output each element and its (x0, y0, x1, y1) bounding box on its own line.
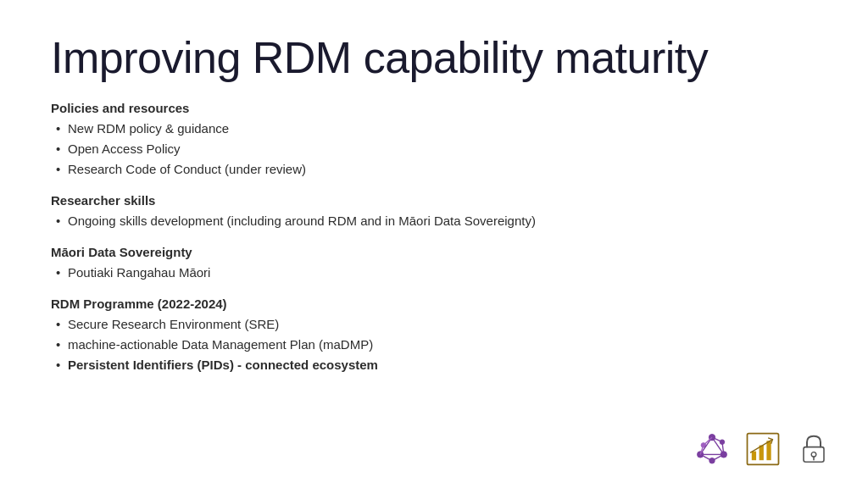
bullet-item: New RDM policy & guidance (51, 119, 817, 139)
bullet-item: machine-actionable Data Management Plan … (51, 335, 817, 355)
svg-line-10 (712, 454, 724, 460)
icons-container (692, 429, 834, 469)
bullet-item: Research Code of Conduct (under review) (51, 159, 817, 180)
bullet-item: Ongoing skills development (including ar… (51, 211, 817, 231)
svg-rect-16 (752, 452, 756, 461)
bullet-item: Poutiaki Rangahau Māori (51, 263, 817, 283)
slide: Improving RDM capability maturity Polici… (0, 0, 868, 488)
svg-point-3 (709, 458, 715, 463)
section-heading-policies: Policies and resources (51, 101, 817, 115)
svg-line-9 (700, 454, 712, 460)
bullet-list-researcher-skills: Ongoing skills development (including ar… (51, 211, 817, 231)
section-maori: Māori Data SovereigntyPoutiaki Rangahau … (51, 245, 817, 283)
section-heading-rdm-programme: RDM Programme (2022-2024) (51, 297, 817, 311)
bar-chart-icon (743, 429, 783, 469)
bullet-list-policies: New RDM policy & guidanceOpen Access Pol… (51, 119, 817, 180)
section-heading-researcher-skills: Researcher skills (51, 193, 817, 208)
bullet-list-maori: Poutiaki Rangahau Māori (51, 263, 817, 283)
main-title: Improving RDM capability maturity (51, 34, 817, 82)
bullet-list-rdm-programme: Secure Research Environment (SRE)machine… (51, 314, 817, 375)
section-rdm-programme: RDM Programme (2022-2024)Secure Research… (51, 297, 817, 375)
lock-icon (793, 429, 834, 469)
section-heading-maori: Māori Data Sovereignty (51, 245, 817, 259)
bullet-item: Secure Research Environment (SRE) (51, 314, 817, 335)
section-researcher-skills: Researcher skillsOngoing skills developm… (51, 193, 817, 231)
bullet-item: Persistent Identifiers (PIDs) - connecte… (51, 355, 817, 375)
svg-rect-18 (766, 441, 771, 460)
network-nodes-icon (692, 429, 732, 469)
bullet-item: Open Access Policy (51, 139, 817, 159)
section-policies: Policies and resourcesNew RDM policy & g… (51, 101, 817, 180)
